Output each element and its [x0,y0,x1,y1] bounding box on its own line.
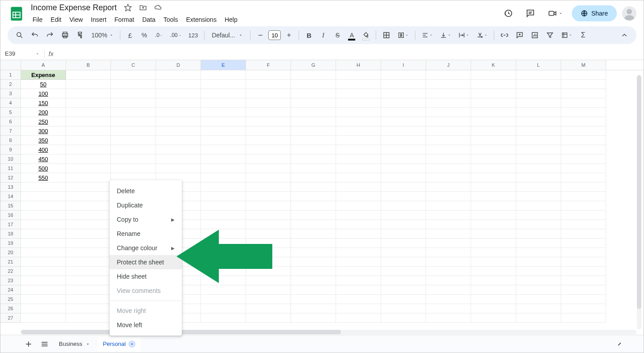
cell[interactable] [426,276,471,285]
cell[interactable] [426,145,471,154]
cell[interactable] [291,136,336,145]
cell[interactable] [336,117,381,126]
cell[interactable] [426,257,471,267]
cell[interactable]: 100 [21,89,66,98]
cell[interactable] [381,108,426,117]
sheet-tab-dropdown-icon[interactable] [85,341,90,347]
cell[interactable] [66,248,111,257]
cell[interactable] [111,108,156,117]
cell[interactable] [336,173,381,183]
cell[interactable] [336,183,381,192]
cell[interactable] [336,154,381,164]
text-color-button[interactable]: A [345,29,358,41]
cell[interactable] [201,257,246,267]
cell[interactable] [561,173,606,183]
cell[interactable] [291,183,336,192]
cell[interactable] [291,98,336,108]
column-header-G[interactable]: G [291,60,336,70]
cell[interactable] [156,117,201,126]
cell[interactable] [471,126,516,136]
cell[interactable] [381,89,426,98]
cell[interactable] [21,192,66,201]
cell[interactable] [246,295,291,304]
comment-icon[interactable] [522,5,539,22]
cell[interactable] [156,98,201,108]
cell[interactable] [246,108,291,117]
row-header[interactable]: 11 [0,164,21,173]
cell[interactable]: 300 [21,126,66,136]
cell[interactable] [201,313,246,323]
cell[interactable] [201,201,246,211]
cell[interactable] [66,211,111,220]
cell[interactable] [516,80,561,89]
ctx-item-change-colour[interactable]: Change colour▶ [110,241,182,255]
cell[interactable] [471,89,516,98]
cell[interactable] [336,70,381,80]
sheet-tab-business[interactable]: Business [53,337,96,351]
cell[interactable] [156,70,201,80]
menu-file[interactable]: File [29,14,46,25]
fill-color-button[interactable] [360,29,372,41]
move-icon[interactable] [137,2,149,13]
cell[interactable] [336,229,381,239]
increase-decimal-icon[interactable]: .00→ [168,29,184,41]
merge-cells-button[interactable] [395,29,411,41]
cell[interactable] [66,183,111,192]
cell[interactable]: 450 [21,154,66,164]
font-size-input[interactable] [268,30,281,40]
cell[interactable] [381,276,426,285]
cell[interactable] [471,267,516,276]
cell[interactable] [291,145,336,154]
cell[interactable] [246,285,291,295]
row-header[interactable]: 25 [0,295,21,304]
row-header[interactable]: 9 [0,145,21,154]
row-header[interactable]: 21 [0,257,21,267]
row-header[interactable]: 8 [0,136,21,145]
cell[interactable] [201,117,246,126]
row-header[interactable]: 10 [0,154,21,164]
cell[interactable] [66,80,111,89]
cell[interactable] [381,154,426,164]
cell[interactable] [381,164,426,173]
ctx-item-copy-to[interactable]: Copy to▶ [110,212,182,227]
column-header-E[interactable]: E [201,60,246,70]
cell[interactable] [111,98,156,108]
cell[interactable] [66,192,111,201]
cell[interactable] [426,229,471,239]
cell[interactable] [246,267,291,276]
avatar[interactable] [622,6,636,20]
doc-title[interactable]: Income Expense Report [29,2,119,13]
cell[interactable] [111,126,156,136]
cell[interactable] [381,304,426,313]
cell[interactable] [426,108,471,117]
cell[interactable] [291,313,336,323]
select-all-corner[interactable] [0,60,21,70]
cell[interactable] [246,136,291,145]
cell[interactable] [156,136,201,145]
cell[interactable] [516,70,561,80]
sheet-tab-personal[interactable]: Personal [98,337,141,351]
row-header[interactable]: 24 [0,285,21,295]
cell[interactable] [336,285,381,295]
cell[interactable] [201,136,246,145]
cell[interactable] [471,98,516,108]
filter-icon[interactable] [543,29,557,41]
cell[interactable] [291,285,336,295]
cell[interactable] [516,239,561,248]
cell[interactable] [471,239,516,248]
insert-link-icon[interactable] [498,29,511,41]
row-header[interactable]: 5 [0,108,21,117]
cell[interactable] [291,89,336,98]
cell[interactable] [21,201,66,211]
cell[interactable] [561,220,606,229]
ctx-item-move-left[interactable]: Move left [110,318,182,332]
currency-button[interactable]: £ [124,29,136,41]
cell[interactable] [336,192,381,201]
cell[interactable] [426,267,471,276]
row-header[interactable]: 19 [0,239,21,248]
star-icon[interactable] [122,2,134,13]
cell[interactable] [156,89,201,98]
cell[interactable] [156,80,201,89]
filter-views-icon[interactable] [558,29,575,41]
cell[interactable] [471,192,516,201]
